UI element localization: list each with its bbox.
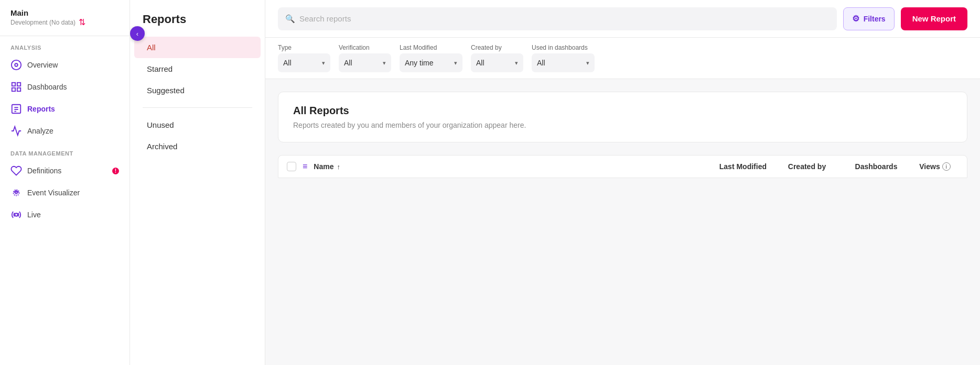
filter-used-in-dashboards-chevron: ▾ [586,60,589,67]
col-views-label: Views [919,162,940,171]
app-sub-text: Development (No data) [10,19,76,26]
svg-point-10 [15,192,17,194]
app-name: Main [10,8,119,17]
svg-point-0 [12,60,21,70]
main-wrapper: ‹ Reports All Starred Suggested Unused A… [130,0,980,365]
views-info-icon[interactable]: i [942,162,951,171]
select-all-checkbox[interactable] [287,162,296,171]
svg-point-12 [15,213,18,216]
col-created-by[interactable]: Created by [773,162,841,171]
filter-last-modified-chevron: ▾ [454,60,457,67]
filter-all[interactable]: All [134,37,261,58]
search-input[interactable] [299,14,830,23]
overview-label: Overview [27,61,58,69]
filter-verification-chevron: ▾ [383,60,386,67]
filter-group-used-in-dashboards: Used in dashboards All ▾ [532,44,595,72]
new-report-button[interactable]: New Report [901,7,967,30]
sidebar-item-reports[interactable]: Reports [0,98,130,120]
sidebar-item-overview[interactable]: Overview [0,54,130,76]
app-subtitle: Development (No data) ⇅ [10,17,119,27]
svg-rect-5 [17,88,20,91]
definitions-badge: ! [112,168,119,174]
filter-group-created-by: Created by All ▾ [471,44,523,72]
filters-sliders-icon: ⚙ [852,14,859,24]
all-reports-title: All Reports [293,105,952,117]
sidebar-header: Main Development (No data) ⇅ [0,0,130,36]
filter-created-by-label: Created by [471,44,523,51]
dashboards-label: Dashboards [27,83,67,91]
content-area: 🔍 ⚙ Filters New Report Type All ▾ Verifi… [265,0,980,365]
filter-suggested[interactable]: Suggested [134,80,261,101]
topbar: 🔍 ⚙ Filters New Report [265,0,980,38]
filter-divider [143,107,252,108]
analyze-icon [10,125,22,137]
overview-icon [10,59,22,71]
svg-point-1 [15,63,18,67]
filter-unused[interactable]: Unused [134,114,261,136]
filter-type-chevron: ▾ [322,60,325,67]
filter-used-in-dashboards-select[interactable]: All ▾ [532,53,595,72]
live-label: Live [27,211,41,219]
filter-archived[interactable]: Archived [134,136,261,157]
col-name[interactable]: Name ↑ [314,162,676,171]
filter-last-modified-label: Last Modified [400,44,462,51]
filter-type-value: All [283,59,318,67]
swap-icon[interactable]: ⇅ [79,17,85,27]
filter-used-in-dashboards-label: Used in dashboards [532,44,595,51]
filter-last-modified-value: Any time [405,59,450,67]
filter-created-by-value: All [476,59,511,67]
svg-rect-4 [12,88,15,91]
filter-verification-select[interactable]: All ▾ [339,53,391,72]
collapse-button[interactable]: ‹ [130,26,145,41]
filter-group-verification: Verification All ▾ [339,44,391,72]
event-visualizer-label: Event Visualizer [27,189,80,197]
sidebar-item-dashboards[interactable]: Dashboards [0,76,130,98]
filters-button[interactable]: ⚙ Filters [843,7,895,30]
content-body: All Reports Reports created by you and m… [265,79,980,365]
table-header: ≡ Name ↑ Last Modified Created by Dashbo… [278,155,967,178]
sort-icon[interactable]: ≡ [303,162,307,171]
sidebar: Main Development (No data) ⇅ Analysis Ov… [0,0,130,365]
sidebar-item-definitions[interactable]: Definitions ! [0,160,130,182]
filter-group-type: Type All ▾ [278,44,330,72]
reports-panel: Reports All Starred Suggested Unused Arc… [130,0,265,365]
filter-bar: Type All ▾ Verification All ▾ Last Modif… [265,38,980,79]
analyze-label: Analyze [27,127,53,135]
filter-verification-value: All [344,59,379,67]
col-name-sort-arrow: ↑ [337,163,340,171]
filter-created-by-select[interactable]: All ▾ [471,53,523,72]
filter-type-select[interactable]: All ▾ [278,53,330,72]
definitions-icon [10,165,22,176]
section-label-analysis: Analysis [0,36,130,54]
reports-label: Reports [27,105,55,113]
col-last-modified[interactable]: Last Modified [683,162,767,171]
filter-used-in-dashboards-value: All [537,59,582,67]
all-reports-description: Reports created by you and members of yo… [293,121,952,129]
event-visualizer-icon [10,187,22,198]
section-label-data-management: Data Management [0,142,130,160]
col-dashboards[interactable]: Dashboards [847,162,905,171]
filter-starred[interactable]: Starred [134,58,261,80]
filter-type-label: Type [278,44,330,51]
col-views[interactable]: Views i [911,162,959,171]
reports-panel-title: Reports [130,13,265,37]
filters-label: Filters [864,15,886,23]
search-box: 🔍 [278,7,837,30]
dashboards-icon [10,81,22,93]
filter-verification-label: Verification [339,44,391,51]
sidebar-item-event-visualizer[interactable]: Event Visualizer [0,182,130,204]
filter-last-modified-select[interactable]: Any time ▾ [400,53,462,72]
col-name-label: Name [314,162,333,171]
sidebar-item-live[interactable]: Live [0,204,130,226]
svg-rect-2 [12,83,15,86]
sidebar-item-analyze[interactable]: Analyze [0,120,130,142]
svg-rect-3 [17,83,20,86]
all-reports-card: All Reports Reports created by you and m… [278,92,967,142]
live-icon [10,209,22,220]
reports-icon [10,103,22,115]
filter-group-last-modified: Last Modified Any time ▾ [400,44,462,72]
filter-created-by-chevron: ▾ [515,60,518,67]
definitions-label: Definitions [27,167,61,175]
search-icon: 🔍 [285,14,295,24]
